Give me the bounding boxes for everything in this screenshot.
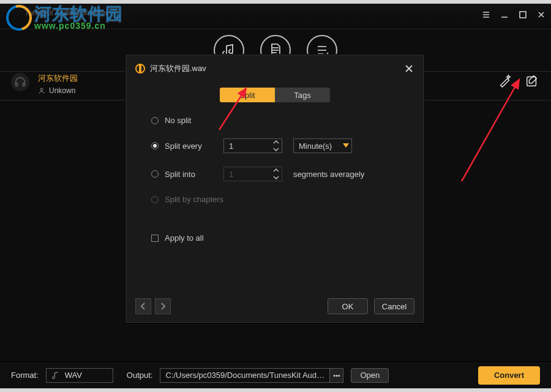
checkbox-apply-all[interactable] [151,235,159,242]
format-label: Format: [11,371,39,380]
label-split-chapters: Split by chapters [165,195,223,204]
dialog-tabs: Split Tags [220,88,330,102]
label-split-into: Split into [165,170,195,179]
prev-button[interactable] [135,298,151,314]
format-value: WAV [65,371,82,380]
next-button[interactable] [155,298,171,314]
output-path: C:/Users/pc0359/Documents/TunesKit Audio… [160,371,329,380]
edit-button[interactable] [524,73,540,89]
radio-no-split[interactable] [151,117,159,124]
option-split-every[interactable]: Split every 1 Minute(s) [151,138,399,153]
format-select[interactable]: WAV [46,368,113,383]
radio-split-every[interactable] [151,142,159,149]
output-path-box: C:/Users/pc0359/Documents/TunesKit Audio… [160,368,343,383]
watermark-logo [5,4,33,32]
option-no-split[interactable]: No split [151,116,399,125]
track-artist-name: Unkown [49,86,75,95]
label-apply-all: Apply to all [165,233,204,243]
output-label: Output: [127,371,153,380]
footer-bar: Format: WAV Output: C:/Users/pc0359/Docu… [0,361,551,388]
svg-rect-0 [520,12,526,18]
headphones-icon [11,73,29,91]
track-title: 河东软件园 [38,73,78,84]
maximize-button[interactable] [518,10,528,20]
track-artist: Unkown [38,86,78,95]
watermark-url: www.pc0359.cn [34,21,106,31]
cancel-button[interactable]: Cancel [374,298,414,314]
option-split-into[interactable]: Split into 1 segments averagely [151,167,399,181]
split-every-unit[interactable]: Minute(s) [293,138,352,153]
chevron-down-icon [340,143,351,148]
effects-button[interactable] [497,73,513,89]
split-dialog: 河东软件园.wav Split Tags No split Split ever… [125,54,425,323]
label-split-every: Split every [165,141,202,151]
radio-split-chapters[interactable] [151,196,159,203]
minimize-button[interactable] [500,10,509,20]
titlebar: TunesKit Audio Converter 河东软件园 www.pc035… [0,4,551,29]
ok-button[interactable]: OK [328,298,368,314]
option-split-chapters[interactable]: Split by chapters [151,195,399,204]
stepper-up-icon [271,138,282,146]
label-no-split: No split [165,116,191,125]
svg-point-1 [40,88,43,91]
window-controls [481,10,546,20]
option-apply-all[interactable]: Apply to all [151,233,399,243]
split-every-value[interactable]: 1 [223,138,282,153]
tab-split[interactable]: Split [220,88,275,102]
app-icon [135,64,145,74]
stepper-up-icon [271,167,282,174]
dialog-close-button[interactable] [403,63,414,74]
split-into-value[interactable]: 1 [223,167,282,181]
close-button[interactable] [536,10,546,20]
label-segments: segments averagely [293,170,364,179]
stepper-down-icon [271,146,282,153]
browse-button[interactable]: ••• [329,369,343,382]
dialog-title: 河东软件园.wav [150,63,206,74]
window-bottom-border [0,388,551,392]
convert-button[interactable]: Convert [478,366,540,385]
person-icon [38,87,45,94]
menu-icon[interactable] [481,10,491,20]
stepper-down-icon [271,174,282,181]
note-icon [51,371,60,380]
open-button[interactable]: Open [351,368,389,383]
radio-split-into[interactable] [151,170,159,178]
tab-tags[interactable]: Tags [275,88,330,102]
